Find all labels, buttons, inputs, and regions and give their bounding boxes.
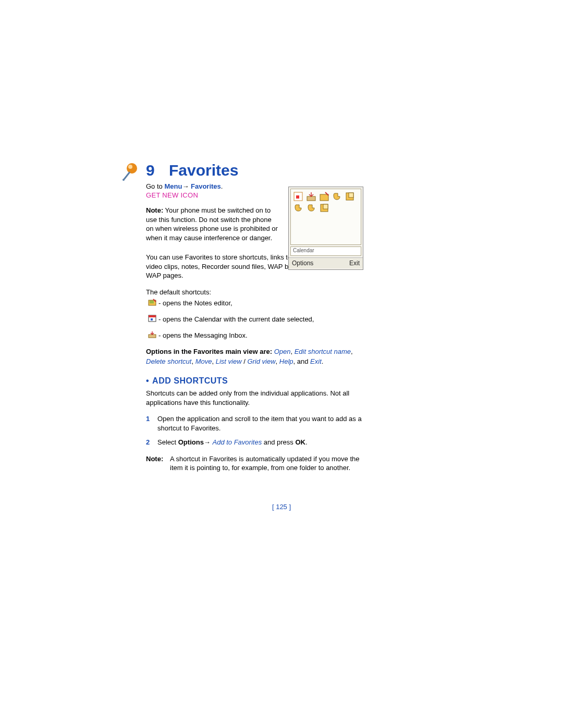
- default-shortcut-inbox: - opens the Messaging Inbox.: [146, 331, 365, 340]
- default-shortcut-calendar: - opens the Calendar with the current da…: [146, 315, 365, 324]
- svg-point-0: [127, 163, 137, 174]
- svg-rect-12: [320, 194, 328, 201]
- grid-icon: [306, 191, 316, 202]
- defaults-lead: The default shortcuts:: [146, 288, 365, 297]
- grid-icon: [319, 191, 329, 202]
- grid-icon: [293, 203, 303, 213]
- steps-list: 1 Open the application and scroll to the…: [146, 414, 365, 447]
- goto-dest: Favorites: [189, 182, 221, 190]
- section-intro: Shortcuts can be added only from the ind…: [146, 389, 365, 407]
- svg-rect-10: [296, 195, 299, 199]
- chapter-heading: 9Favorites: [146, 162, 365, 179]
- options-list: Options in the Favorites main view are: …: [146, 347, 365, 367]
- step-1-text: Open the application and scroll to the i…: [157, 414, 365, 433]
- step-1: 1 Open the application and scroll to the…: [146, 414, 365, 433]
- svg-rect-7: [151, 318, 153, 320]
- softkey-row: Options Exit: [289, 257, 363, 268]
- grid-icon: [306, 203, 316, 213]
- inbox-icon: [148, 331, 156, 340]
- note-switched-on: Note: Your phone must be switched on to …: [146, 206, 280, 242]
- softkey-exit: Exit: [349, 260, 360, 267]
- svg-rect-6: [149, 315, 156, 317]
- chapter-number: 9: [146, 162, 169, 179]
- grid-icon: [319, 203, 329, 213]
- section-add-shortcuts: •ADD SHORTCUTS: [146, 376, 365, 386]
- favorites-screenshot: Calendar Options Exit: [288, 187, 363, 270]
- svg-line-2: [124, 172, 130, 179]
- step-2-text: Select Options→ Add to Favorites and pre…: [157, 438, 308, 447]
- page: 9Favorites Go to Menu→ Favorites. GET NE…: [0, 0, 563, 728]
- softkey-options: Options: [292, 260, 313, 267]
- svg-rect-16: [323, 204, 328, 209]
- screenshot-selection-label: Calendar: [290, 246, 361, 256]
- grid-icon: [345, 191, 355, 202]
- favorites-grid: [290, 189, 361, 245]
- svg-rect-14: [349, 193, 353, 198]
- grid-icon: [293, 191, 303, 202]
- svg-rect-11: [307, 196, 315, 201]
- grid-icon: [332, 191, 342, 202]
- chapter-title: Favorites: [169, 162, 238, 179]
- calendar-icon: [148, 315, 156, 324]
- page-number: [ 125 ]: [0, 503, 563, 511]
- svg-point-3: [123, 179, 125, 181]
- notes-icon: [148, 299, 156, 307]
- default-shortcut-notes: - opens the Notes editor,: [146, 299, 365, 307]
- goto-menu: Menu: [164, 182, 182, 190]
- step-2: 2 Select Options→ Add to Favorites and p…: [146, 438, 365, 447]
- svg-point-1: [128, 165, 132, 169]
- note-auto-update: Note: A shortcut in Favorites is automat…: [146, 454, 365, 473]
- pushpin-icon: [121, 162, 142, 184]
